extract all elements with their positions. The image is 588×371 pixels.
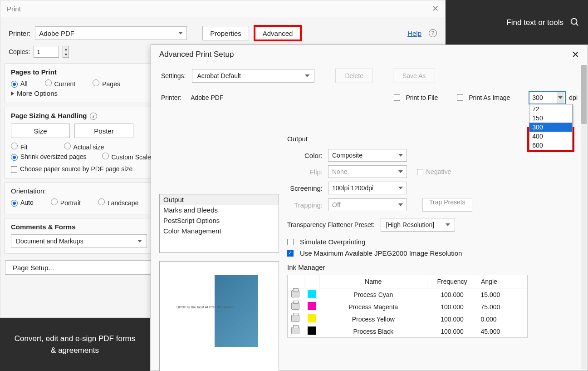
trapping-select: Off xyxy=(328,198,407,211)
saveas-button[interactable]: Save As xyxy=(393,69,435,83)
swatch-icon xyxy=(308,302,316,310)
ink-row[interactable]: Process Yellow100.0000.000 xyxy=(288,313,527,325)
custom-label: Custom Scale xyxy=(112,153,151,161)
close-icon[interactable]: ✕ xyxy=(432,4,439,14)
ink-row[interactable]: Process Black100.00045.000 xyxy=(288,325,527,337)
preview-image xyxy=(215,275,258,347)
actual-radio[interactable] xyxy=(64,143,71,149)
tfp-select[interactable]: [High Resolution] xyxy=(381,218,455,232)
triangle-icon xyxy=(11,91,14,96)
sim-over-checkbox[interactable] xyxy=(287,239,294,245)
landscape-radio[interactable] xyxy=(98,198,105,205)
current-radio[interactable] xyxy=(45,79,52,86)
poster-button[interactable]: Poster xyxy=(74,124,133,138)
trapping-label: Trapping: xyxy=(287,201,323,209)
auto-radio[interactable] xyxy=(11,200,18,207)
swatch-icon xyxy=(308,314,316,322)
auto-label: Auto xyxy=(20,199,34,206)
copies-input[interactable] xyxy=(34,46,59,58)
size-button[interactable]: Size xyxy=(11,124,70,138)
chevron-down-icon xyxy=(178,32,183,35)
screening-value: 100lpi 1200dpi xyxy=(332,184,373,192)
help-icon[interactable]: ? xyxy=(429,29,437,37)
ink-manager-heading: Ink Manager xyxy=(287,263,577,271)
color-select[interactable]: Composite xyxy=(328,149,407,162)
preview-pane: UPDF is the best AI PDF Translator xyxy=(159,261,279,371)
category-item[interactable]: Color Management xyxy=(160,226,279,236)
settings-select[interactable]: Acrobat Default xyxy=(192,69,314,83)
printer-icon xyxy=(291,327,299,334)
close-icon[interactable]: ✕ xyxy=(572,49,579,60)
print-title: Print xyxy=(7,5,21,13)
all-radio[interactable] xyxy=(11,81,18,88)
paper-source-checkbox[interactable] xyxy=(11,166,17,173)
info-icon[interactable]: i xyxy=(90,113,97,120)
actual-label: Actual size xyxy=(74,143,104,151)
category-item[interactable]: PostScript Options xyxy=(160,215,279,226)
dpi-option[interactable]: 150 xyxy=(529,114,572,123)
ink-angle: 15.000 xyxy=(477,288,527,301)
ink-freq: 100.000 xyxy=(427,301,477,313)
category-list[interactable]: Output Marks and Bleeds PostScript Optio… xyxy=(159,194,279,253)
use-max-checkbox[interactable] xyxy=(287,250,294,257)
printer-label: Printer: xyxy=(9,30,30,37)
ink-col-angle: Angle xyxy=(477,275,527,288)
trapping-value: Off xyxy=(332,201,340,208)
chevron-down-icon xyxy=(398,203,403,206)
tfp-label: Transparency Flattener Preset: xyxy=(287,221,374,228)
chevron-down-icon xyxy=(398,187,403,189)
chevron-down-icon xyxy=(398,154,403,157)
printer-select[interactable]: Adobe PDF xyxy=(35,26,187,40)
portrait-label: Portrait xyxy=(60,199,81,207)
fit-label: Fit xyxy=(20,143,28,151)
ink-angle: 75.000 xyxy=(477,301,527,313)
delete-button[interactable]: Delete xyxy=(335,69,372,83)
ink-table: Name Frequency Angle Process Cyan100.000… xyxy=(287,275,528,338)
preview-text: UPDF is the best AI PDF Translator xyxy=(176,305,234,309)
pages-radio[interactable] xyxy=(93,79,99,86)
print-as-image-label: Print As Image xyxy=(469,94,510,101)
fit-radio[interactable] xyxy=(11,143,18,149)
ink-col-name: Name xyxy=(319,275,427,288)
advanced-button[interactable]: Advanced xyxy=(255,27,300,40)
find-tools-text[interactable]: Find text or tools xyxy=(506,18,564,27)
ink-angle: 0.000 xyxy=(477,313,527,325)
dpi-option[interactable]: 72 xyxy=(529,104,572,114)
shrink-radio[interactable] xyxy=(11,154,18,161)
properties-button[interactable]: Properties xyxy=(202,26,249,40)
dpi-dropdown[interactable]: 72 150 300 400 600 xyxy=(529,104,573,150)
screening-select[interactable]: 100lpi 1200dpi xyxy=(328,182,407,194)
chevron-down-icon xyxy=(137,240,142,242)
dpi-select[interactable]: 300 xyxy=(529,91,565,104)
custom-radio[interactable] xyxy=(102,153,109,159)
comments-select[interactable]: Document and Markups xyxy=(11,234,147,248)
paper-source-label: Choose paper source by PDF page size xyxy=(20,165,132,173)
ink-angle: 45.000 xyxy=(477,325,527,337)
negative-checkbox xyxy=(417,169,423,175)
ink-row[interactable]: Process Magenta100.00075.000 xyxy=(288,301,527,313)
advanced-highlight: Advanced xyxy=(254,25,302,41)
print-to-file-checkbox[interactable] xyxy=(394,94,400,101)
flip-value: None xyxy=(332,168,347,175)
print-as-image-checkbox[interactable] xyxy=(457,94,463,101)
swatch-icon xyxy=(308,290,316,298)
flip-label: Flip: xyxy=(287,168,323,176)
dpi-option[interactable]: 400 xyxy=(529,132,572,141)
chevron-down-icon xyxy=(557,92,564,104)
portrait-radio[interactable] xyxy=(51,198,58,205)
swatch-icon xyxy=(308,326,316,335)
category-item[interactable]: Marks and Bleeds xyxy=(160,205,279,215)
sim-over-label: Simulate Overprinting xyxy=(300,238,365,246)
search-icon[interactable] xyxy=(570,17,580,29)
copies-spinner[interactable]: ▲▼ xyxy=(63,46,69,58)
ink-row[interactable]: Process Cyan100.00015.000 xyxy=(288,288,527,301)
ink-name: Process Cyan xyxy=(319,288,427,301)
help-link[interactable]: Help xyxy=(407,30,421,37)
category-item[interactable]: Output xyxy=(160,194,279,205)
settings-value: Acrobat Default xyxy=(197,72,241,79)
convert-banner: Convert, edit and e-sign PDF forms & agr… xyxy=(0,318,150,371)
dpi-option[interactable]: 600 xyxy=(529,141,572,150)
dpi-option[interactable]: 300 xyxy=(529,123,572,132)
current-label: Current xyxy=(54,80,76,88)
dpi-label: dpi xyxy=(569,94,578,101)
